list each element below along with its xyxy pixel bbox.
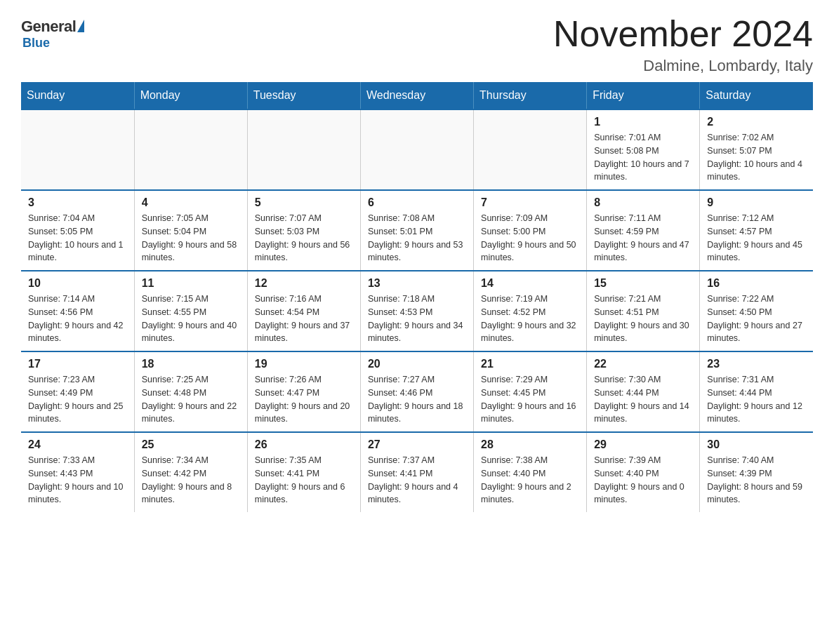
- day-info: Sunrise: 7:35 AMSunset: 4:41 PMDaylight:…: [255, 454, 353, 507]
- day-info: Sunrise: 7:25 AMSunset: 4:48 PMDaylight:…: [142, 373, 240, 426]
- day-info: Sunrise: 7:08 AMSunset: 5:01 PMDaylight:…: [368, 212, 466, 264]
- day-number: 15: [594, 277, 692, 290]
- day-number: 8: [594, 196, 692, 209]
- day-info: Sunrise: 7:18 AMSunset: 4:53 PMDaylight:…: [368, 293, 466, 345]
- calendar-cell: 4Sunrise: 7:05 AMSunset: 5:04 PMDaylight…: [134, 190, 247, 271]
- day-info: Sunrise: 7:33 AMSunset: 4:43 PMDaylight:…: [28, 454, 127, 507]
- day-number: 29: [594, 438, 692, 451]
- calendar-cell: 17Sunrise: 7:23 AMSunset: 4:49 PMDayligh…: [21, 351, 134, 432]
- calendar-week-row: 24Sunrise: 7:33 AMSunset: 4:43 PMDayligh…: [21, 432, 813, 512]
- calendar-cell: 25Sunrise: 7:34 AMSunset: 4:42 PMDayligh…: [134, 432, 247, 512]
- day-number: 17: [28, 358, 127, 370]
- calendar-cell: 21Sunrise: 7:29 AMSunset: 4:45 PMDayligh…: [474, 351, 587, 432]
- calendar-cell: [21, 109, 134, 190]
- calendar-cell: 12Sunrise: 7:16 AMSunset: 4:54 PMDayligh…: [247, 271, 360, 351]
- day-info: Sunrise: 7:30 AMSunset: 4:44 PMDaylight:…: [594, 373, 692, 426]
- calendar-cell: 20Sunrise: 7:27 AMSunset: 4:46 PMDayligh…: [360, 351, 473, 432]
- calendar-cell: 1Sunrise: 7:01 AMSunset: 5:08 PMDaylight…: [587, 109, 700, 190]
- day-number: 22: [594, 358, 692, 370]
- day-info: Sunrise: 7:22 AMSunset: 4:50 PMDaylight:…: [707, 293, 806, 345]
- day-number: 7: [481, 196, 579, 209]
- day-number: 30: [707, 438, 806, 451]
- day-number: 23: [707, 358, 806, 370]
- day-info: Sunrise: 7:05 AMSunset: 5:04 PMDaylight:…: [142, 212, 240, 264]
- logo: General Blue: [21, 14, 84, 51]
- calendar-cell: 8Sunrise: 7:11 AMSunset: 4:59 PMDaylight…: [587, 190, 700, 271]
- day-number: 16: [707, 277, 806, 290]
- calendar-table: SundayMondayTuesdayWednesdayThursdayFrid…: [21, 82, 813, 512]
- calendar-cell: 3Sunrise: 7:04 AMSunset: 5:05 PMDaylight…: [21, 190, 134, 271]
- day-info: Sunrise: 7:04 AMSunset: 5:05 PMDaylight:…: [28, 212, 127, 264]
- calendar-cell: 9Sunrise: 7:12 AMSunset: 4:57 PMDaylight…: [700, 190, 813, 271]
- calendar-cell: 14Sunrise: 7:19 AMSunset: 4:52 PMDayligh…: [474, 271, 587, 351]
- day-info: Sunrise: 7:11 AMSunset: 4:59 PMDaylight:…: [594, 212, 692, 264]
- day-number: 24: [28, 438, 127, 451]
- calendar-cell: 10Sunrise: 7:14 AMSunset: 4:56 PMDayligh…: [21, 271, 134, 351]
- day-info: Sunrise: 7:26 AMSunset: 4:47 PMDaylight:…: [255, 373, 353, 426]
- day-info: Sunrise: 7:34 AMSunset: 4:42 PMDaylight:…: [142, 454, 240, 507]
- calendar-cell: 18Sunrise: 7:25 AMSunset: 4:48 PMDayligh…: [134, 351, 247, 432]
- day-info: Sunrise: 7:40 AMSunset: 4:39 PMDaylight:…: [707, 454, 806, 507]
- day-info: Sunrise: 7:31 AMSunset: 4:44 PMDaylight:…: [707, 373, 806, 426]
- day-number: 12: [255, 277, 353, 290]
- calendar-cell: 2Sunrise: 7:02 AMSunset: 5:07 PMDaylight…: [700, 109, 813, 190]
- calendar-cell: 16Sunrise: 7:22 AMSunset: 4:50 PMDayligh…: [700, 271, 813, 351]
- weekday-header-thursday: Thursday: [474, 82, 587, 109]
- day-number: 6: [368, 196, 466, 209]
- weekday-header-row: SundayMondayTuesdayWednesdayThursdayFrid…: [21, 82, 813, 109]
- day-info: Sunrise: 7:01 AMSunset: 5:08 PMDaylight:…: [594, 131, 692, 184]
- day-number: 13: [368, 277, 466, 290]
- day-info: Sunrise: 7:02 AMSunset: 5:07 PMDaylight:…: [707, 131, 806, 184]
- day-number: 19: [255, 358, 353, 370]
- day-info: Sunrise: 7:23 AMSunset: 4:49 PMDaylight:…: [28, 373, 127, 426]
- day-number: 27: [368, 438, 466, 451]
- day-number: 9: [707, 196, 806, 209]
- calendar-cell: [247, 109, 360, 190]
- calendar-cell: 23Sunrise: 7:31 AMSunset: 4:44 PMDayligh…: [700, 351, 813, 432]
- day-info: Sunrise: 7:39 AMSunset: 4:40 PMDaylight:…: [594, 454, 692, 507]
- day-number: 3: [28, 196, 127, 209]
- weekday-header-saturday: Saturday: [700, 82, 813, 109]
- day-info: Sunrise: 7:29 AMSunset: 4:45 PMDaylight:…: [481, 373, 579, 426]
- calendar-cell: 5Sunrise: 7:07 AMSunset: 5:03 PMDaylight…: [247, 190, 360, 271]
- weekday-header-friday: Friday: [587, 82, 700, 109]
- calendar-cell: 29Sunrise: 7:39 AMSunset: 4:40 PMDayligh…: [587, 432, 700, 512]
- day-number: 18: [142, 358, 240, 370]
- day-number: 20: [368, 358, 466, 370]
- calendar-cell: 26Sunrise: 7:35 AMSunset: 4:41 PMDayligh…: [247, 432, 360, 512]
- day-number: 11: [142, 277, 240, 290]
- calendar-cell: 11Sunrise: 7:15 AMSunset: 4:55 PMDayligh…: [134, 271, 247, 351]
- calendar-cell: 30Sunrise: 7:40 AMSunset: 4:39 PMDayligh…: [700, 432, 813, 512]
- weekday-header-wednesday: Wednesday: [360, 82, 473, 109]
- logo-general-text: General: [21, 18, 76, 36]
- day-info: Sunrise: 7:16 AMSunset: 4:54 PMDaylight:…: [255, 293, 353, 345]
- day-number: 1: [594, 116, 692, 128]
- day-info: Sunrise: 7:15 AMSunset: 4:55 PMDaylight:…: [142, 293, 240, 345]
- calendar-cell: 27Sunrise: 7:37 AMSunset: 4:41 PMDayligh…: [360, 432, 473, 512]
- day-info: Sunrise: 7:14 AMSunset: 4:56 PMDaylight:…: [28, 293, 127, 345]
- calendar-cell: 6Sunrise: 7:08 AMSunset: 5:01 PMDaylight…: [360, 190, 473, 271]
- day-info: Sunrise: 7:27 AMSunset: 4:46 PMDaylight:…: [368, 373, 466, 426]
- calendar-cell: 7Sunrise: 7:09 AMSunset: 5:00 PMDaylight…: [474, 190, 587, 271]
- calendar-week-row: 1Sunrise: 7:01 AMSunset: 5:08 PMDaylight…: [21, 109, 813, 190]
- calendar-cell: [360, 109, 473, 190]
- calendar-cell: 28Sunrise: 7:38 AMSunset: 4:40 PMDayligh…: [474, 432, 587, 512]
- day-number: 25: [142, 438, 240, 451]
- day-number: 2: [707, 116, 806, 128]
- calendar-cell: 22Sunrise: 7:30 AMSunset: 4:44 PMDayligh…: [587, 351, 700, 432]
- calendar-cell: [134, 109, 247, 190]
- day-info: Sunrise: 7:12 AMSunset: 4:57 PMDaylight:…: [707, 212, 806, 264]
- page-header: General Blue November 2024 Dalmine, Lomb…: [21, 14, 813, 75]
- calendar-cell: 24Sunrise: 7:33 AMSunset: 4:43 PMDayligh…: [21, 432, 134, 512]
- calendar-week-row: 3Sunrise: 7:04 AMSunset: 5:05 PMDaylight…: [21, 190, 813, 271]
- calendar-cell: 15Sunrise: 7:21 AMSunset: 4:51 PMDayligh…: [587, 271, 700, 351]
- day-info: Sunrise: 7:21 AMSunset: 4:51 PMDaylight:…: [594, 293, 692, 345]
- day-number: 5: [255, 196, 353, 209]
- day-number: 14: [481, 277, 579, 290]
- day-info: Sunrise: 7:19 AMSunset: 4:52 PMDaylight:…: [481, 293, 579, 345]
- weekday-header-monday: Monday: [134, 82, 247, 109]
- calendar-cell: [474, 109, 587, 190]
- day-info: Sunrise: 7:37 AMSunset: 4:41 PMDaylight:…: [368, 454, 466, 507]
- weekday-header-tuesday: Tuesday: [247, 82, 360, 109]
- day-info: Sunrise: 7:07 AMSunset: 5:03 PMDaylight:…: [255, 212, 353, 264]
